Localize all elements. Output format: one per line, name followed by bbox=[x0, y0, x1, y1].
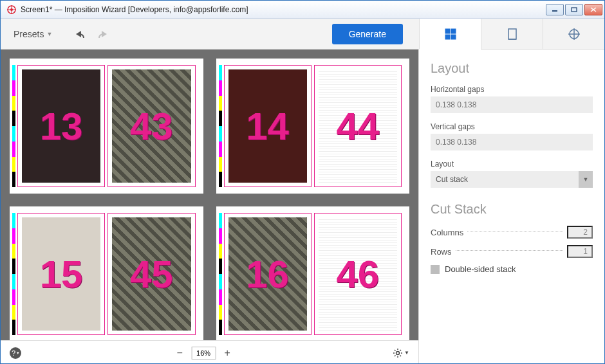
close-button[interactable] bbox=[584, 4, 602, 15]
columns-label: Columns bbox=[431, 228, 463, 237]
page-number: 14 bbox=[246, 104, 289, 149]
svg-rect-10 bbox=[445, 35, 450, 39]
presets-dropdown[interactable]: Presets ▼ bbox=[7, 25, 59, 43]
section-title-layout: Layout bbox=[431, 61, 593, 76]
gear-icon bbox=[393, 348, 403, 358]
chevron-down-icon: ▼ bbox=[404, 350, 409, 356]
side-tabs bbox=[419, 19, 604, 50]
layout-label: Layout bbox=[431, 159, 593, 168]
v-gaps-input[interactable] bbox=[431, 134, 593, 150]
zoom-in-button[interactable]: + bbox=[221, 347, 234, 359]
columns-input[interactable] bbox=[567, 226, 593, 239]
svg-line-24 bbox=[395, 355, 396, 356]
h-gaps-input[interactable] bbox=[431, 96, 593, 113]
h-gaps-label: Horizontal gaps bbox=[431, 85, 593, 94]
tab-layout[interactable] bbox=[419, 19, 481, 50]
svg-rect-9 bbox=[451, 29, 456, 33]
svg-rect-11 bbox=[451, 35, 456, 39]
svg-point-17 bbox=[396, 351, 400, 354]
generate-button[interactable]: Generate bbox=[332, 24, 403, 44]
sheet: 16 46 bbox=[216, 206, 410, 340]
svg-rect-5 bbox=[572, 8, 577, 12]
zoom-out-button[interactable]: − bbox=[173, 347, 186, 359]
color-bar-icon bbox=[219, 65, 222, 187]
chevron-down-icon: ▾ bbox=[17, 350, 19, 356]
chevron-down-icon: ▼ bbox=[579, 171, 593, 188]
svg-rect-12 bbox=[508, 29, 516, 39]
undo-button[interactable] bbox=[71, 26, 88, 42]
app-icon bbox=[6, 5, 17, 15]
preview-footer: ?▾ − + ▼ bbox=[1, 340, 418, 364]
double-sided-checkbox[interactable]: Double-sided stack bbox=[431, 264, 593, 274]
page-number: 13 bbox=[40, 104, 83, 149]
svg-line-23 bbox=[400, 355, 402, 356]
layout-select[interactable]: Cut stack ▼ bbox=[431, 171, 593, 188]
zoom-input[interactable] bbox=[191, 347, 216, 359]
minimize-button[interactable] bbox=[546, 4, 564, 15]
tab-page[interactable] bbox=[481, 19, 543, 49]
rows-label: Rows bbox=[431, 247, 452, 257]
page-number: 43 bbox=[130, 104, 173, 149]
page-number: 45 bbox=[130, 252, 173, 296]
toolbar: Presets ▼ Generate bbox=[1, 19, 419, 50]
registration-mark-icon bbox=[567, 27, 581, 41]
svg-line-25 bbox=[400, 350, 402, 351]
presets-label: Presets bbox=[14, 29, 44, 39]
layout-grid-icon bbox=[443, 27, 458, 41]
page-number: 44 bbox=[337, 104, 380, 149]
color-bar-icon bbox=[12, 65, 15, 187]
svg-line-22 bbox=[395, 350, 396, 351]
side-panel: Layout Horizontal gaps Vertical gaps Lay… bbox=[419, 50, 604, 364]
page-number: 16 bbox=[246, 252, 289, 296]
sheet: 14 44 bbox=[216, 59, 410, 194]
preview-canvas[interactable]: 13 43 14 44 15 45 16 46 bbox=[1, 50, 418, 340]
rows-input[interactable] bbox=[567, 245, 593, 258]
tab-registration[interactable] bbox=[543, 19, 604, 49]
sheet: 13 43 bbox=[10, 59, 203, 194]
window-title: Screen1* — Imposition Wizard [Developers… bbox=[21, 5, 546, 14]
svg-rect-8 bbox=[445, 29, 450, 33]
color-bar-icon bbox=[219, 213, 222, 335]
preview-panel: 13 43 14 44 15 45 16 46 ?▾ − bbox=[1, 50, 419, 364]
color-bar-icon bbox=[12, 213, 15, 335]
redo-button[interactable] bbox=[95, 26, 111, 42]
layout-select-value: Cut stack bbox=[436, 175, 468, 184]
page-number: 15 bbox=[40, 252, 83, 296]
help-button[interactable]: ?▾ bbox=[10, 347, 21, 359]
titlebar: Screen1* — Imposition Wizard [Developers… bbox=[1, 1, 604, 19]
double-sided-label: Double-sided stack bbox=[445, 264, 516, 274]
v-gaps-label: Vertical gaps bbox=[431, 122, 593, 131]
checkbox-icon bbox=[431, 265, 440, 274]
section-title-cutstack: Cut Stack bbox=[431, 202, 593, 217]
maximize-button[interactable] bbox=[565, 4, 583, 15]
chevron-down-icon: ▼ bbox=[46, 31, 52, 37]
sheet: 15 45 bbox=[10, 206, 203, 340]
page-icon bbox=[505, 27, 519, 41]
settings-button[interactable]: ▼ bbox=[393, 348, 409, 358]
page-number: 46 bbox=[337, 252, 380, 296]
